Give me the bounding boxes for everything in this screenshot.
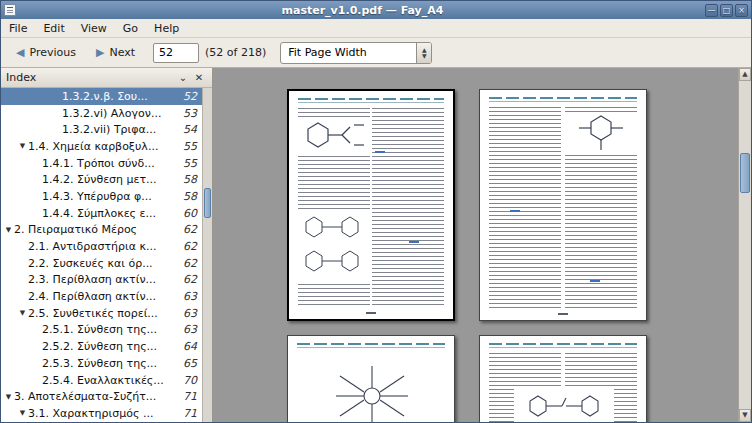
combo-stepper[interactable]: ▲ ▼ — [416, 43, 431, 63]
app-icon — [4, 4, 16, 16]
zoom-level-select[interactable]: Fit Page Width ▲ ▼ — [280, 42, 432, 64]
expander-icon[interactable]: ▼ — [3, 393, 14, 401]
index-item-label: 1.3.2.ν.β. Σου... — [62, 90, 177, 103]
index-item-page: 52 — [183, 90, 197, 103]
index-item-label: 2. Πειραματικό Μέρος — [14, 223, 177, 236]
index-item-page: 62 — [183, 273, 197, 286]
index-item-page: 70 — [183, 374, 197, 387]
menu-go[interactable]: Go — [115, 19, 146, 37]
expander-icon[interactable]: ▼ — [17, 309, 28, 317]
index-item[interactable]: 2.5.4. Εναλλακτικές... 70 — [1, 372, 202, 389]
index-item[interactable]: ▼ 3. Αποτελέσματα-Συζήτ... 71 — [1, 388, 202, 405]
index-item[interactable]: 2.3. Περίθλαση ακτίν... 62 — [1, 272, 202, 289]
page-thumbnail-current[interactable] — [287, 89, 455, 321]
index-item[interactable]: 2.5.2. Σύνθεση της... 64 — [1, 338, 202, 355]
index-item[interactable]: 1.3.2.vii) Τριφα... 54 — [1, 121, 202, 138]
index-item-label: 3. Αποτελέσματα-Συζήτ... — [14, 390, 177, 403]
sidebar-scrollbar[interactable] — [202, 88, 212, 422]
close-button[interactable]: × — [735, 4, 748, 17]
menu-file[interactable]: File — [1, 19, 35, 37]
expander-icon[interactable]: ▼ — [17, 142, 28, 150]
index-item-label: 1.4.1. Τρόποι σύνδ... — [42, 157, 177, 170]
pdf-viewer-window: master_v1.0.pdf — Fay_A4 — □ × File Edit… — [0, 0, 752, 423]
index-item[interactable]: 2.5.1. Σύνθεση της... 63 — [1, 322, 202, 339]
index-item[interactable]: 1.3.2.vi) Αλογον... 53 — [1, 105, 202, 122]
index-item-page: 62 — [183, 257, 197, 270]
minimize-button[interactable]: — — [705, 4, 718, 17]
index-item-label: 2.3. Περίθλαση ακτίν... — [28, 273, 177, 286]
index-item[interactable]: ▼ 2. Πειραματικό Μέρος 62 — [1, 222, 202, 239]
index-item[interactable]: 1.4.1. Τρόποι σύνδ... 55 — [1, 155, 202, 172]
index-item[interactable]: ▼ 1.4. Χημεία καρβοξυλ... 55 — [1, 138, 202, 155]
menu-help[interactable]: Help — [146, 19, 187, 37]
maximize-button[interactable]: □ — [720, 4, 733, 17]
index-item-page: 62 — [183, 240, 197, 253]
index-item[interactable]: 1.4.3. Υπέρυθρα φ... 58 — [1, 188, 202, 205]
expander-icon[interactable]: ▼ — [17, 409, 28, 417]
citation-link[interactable] — [510, 210, 520, 212]
molecule-figure — [514, 388, 614, 422]
page-thumbnail[interactable] — [479, 335, 647, 422]
sidebar-selector-chevron-icon[interactable]: ⌄ — [175, 72, 191, 83]
previous-label: Previous — [29, 46, 76, 59]
zoom-level-value: Fit Page Width — [281, 43, 416, 63]
main-scrollbar-thumb[interactable] — [740, 153, 750, 193]
spinner-down-icon: ▼ — [422, 53, 427, 59]
page-header-rule — [489, 101, 637, 102]
citation-link[interactable] — [409, 241, 419, 243]
scroll-down-icon[interactable]: ▼ — [739, 409, 751, 422]
previous-page-button[interactable]: ◀ Previous — [6, 41, 86, 64]
scroll-up-icon[interactable]: ▲ — [739, 68, 751, 81]
page-count-label: (52 of 218) — [205, 46, 266, 59]
titlebar[interactable]: master_v1.0.pdf — Fay_A4 — □ × — [1, 1, 751, 19]
index-item[interactable]: 1.4.2. Σύνθεση μετ... 58 — [1, 171, 202, 188]
menubar: File Edit View Go Help — [1, 19, 751, 38]
index-item-page: 55 — [183, 140, 197, 153]
molecule-figure — [565, 112, 637, 154]
menu-edit[interactable]: Edit — [35, 19, 72, 37]
index-item-page: 55 — [183, 157, 197, 170]
page-header-rule — [298, 102, 444, 103]
arrow-left-icon: ◀ — [16, 47, 24, 58]
index-item-label: 2.5.2. Σύνθεση της... — [42, 340, 177, 353]
page-thumbnail[interactable] — [479, 89, 647, 321]
index-item[interactable]: 2.5.3. Σύνθεση της... 65 — [1, 355, 202, 372]
page-number-footer — [366, 312, 376, 314]
index-item[interactable]: 1.4.4. Σύμπλοκες ε... 60 — [1, 205, 202, 222]
page-header-text — [298, 98, 444, 100]
main-scrollbar[interactable]: ▲ ▼ — [738, 68, 751, 422]
index-sidebar: Index ⌄ ✕ 1.3.2.ν.β. Σου... 52 1.3.2.vi)… — [1, 68, 213, 422]
index-item-page: 71 — [183, 407, 197, 420]
index-item[interactable]: ▼ 3.1. Χαρακτηρισμός ... 71 — [1, 405, 202, 422]
sidebar-close-icon[interactable]: ✕ — [191, 72, 207, 83]
index-item[interactable]: 2.1. Αντιδραστήρια κ... 62 — [1, 238, 202, 255]
page-number-input[interactable] — [153, 43, 199, 63]
toolbar: ◀ Previous ▶ Next (52 of 218) Fit Page W… — [1, 38, 751, 68]
index-item-page: 54 — [183, 123, 197, 136]
page-number-footer — [558, 313, 568, 315]
citation-link[interactable] — [590, 280, 600, 282]
document-view[interactable]: ▲ ▼ — [213, 68, 751, 422]
next-page-button[interactable]: ▶ Next — [86, 41, 145, 64]
index-item-label: 1.4.3. Υπέρυθρα φ... — [42, 190, 177, 203]
index-item-label: 2.5.3. Σύνθεση της... — [42, 357, 177, 370]
index-item-selected[interactable]: 1.3.2.ν.β. Σου... 52 — [1, 88, 202, 105]
menu-view[interactable]: View — [73, 19, 115, 37]
sidebar-title: Index — [6, 71, 36, 84]
window-title: master_v1.0.pdf — Fay_A4 — [20, 4, 705, 17]
index-item-label: 1.3.2.vi) Αλογον... — [62, 107, 177, 120]
index-item[interactable]: 2.4. Περίθλαση ακτίν... 63 — [1, 288, 202, 305]
expander-icon[interactable]: ▼ — [3, 226, 14, 234]
index-item[interactable]: ▼ 2.5. Συνθετικές πορεί... 63 — [1, 305, 202, 322]
sidebar-scrollbar-thumb[interactable] — [204, 188, 211, 218]
page-header-text — [489, 97, 637, 99]
index-item-label: 2.5.1. Σύνθεση της... — [42, 323, 177, 336]
next-label: Next — [109, 46, 135, 59]
index-item-label: 3.1. Χαρακτηρισμός ... — [28, 407, 177, 420]
page-thumbnail[interactable] — [287, 335, 455, 422]
molecule-figure — [298, 117, 370, 155]
index-item[interactable]: 2.2. Συσκευές και όρ... 62 — [1, 255, 202, 272]
page-header-rule — [297, 347, 445, 348]
citation-link[interactable] — [375, 151, 385, 153]
index-item-label: 2.5. Συνθετικές πορεί... — [28, 307, 177, 320]
